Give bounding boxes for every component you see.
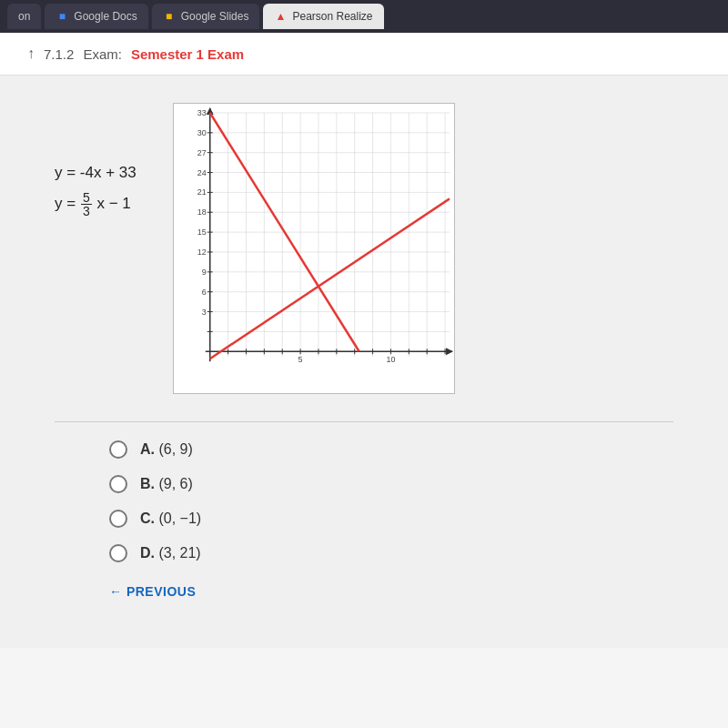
choice-a-value: (6, 9) [158,441,192,457]
graph-container: 33 30 27 24 21 18 15 12 9 6 3 [173,103,455,394]
choice-a-text: A. (6, 9) [140,441,193,458]
svg-text:33: 33 [197,108,207,117]
exam-title: Semester 1 Exam [131,46,244,62]
main-content: ↑ 7.1.2 Exam: Semester 1 Exam y = -4x + … [0,33,728,728]
fraction-numerator: 5 [81,191,92,205]
choice-a[interactable]: A. (6, 9) [109,440,673,459]
equation-2: y = 5 3 x − 1 [55,188,136,219]
choice-b[interactable]: B. (9, 6) [109,475,673,493]
previous-button[interactable]: ← PREVIOUS [109,584,196,599]
docs-icon: ■ [56,10,68,23]
tab-on-label: on [18,10,30,23]
question-body: y = -4x + 33 y = 5 3 x − 1 [0,76,728,648]
tab-google-slides[interactable]: ■ Google Slides [152,4,260,29]
fraction: 5 3 [81,191,92,217]
choice-c-value: (0, −1) [158,511,201,526]
svg-text:5: 5 [298,355,302,364]
choice-d-value: (3, 21) [158,545,200,561]
divider [55,421,673,422]
radio-b[interactable] [109,475,127,493]
tab-bar: on ■ Google Docs ■ Google Slides ▲ Pears… [0,0,728,33]
tab-pearson[interactable]: ▲ Pearson Realize [263,4,383,29]
section-number: 7.1.2 [44,46,74,62]
choice-c-letter: C. [140,511,155,526]
exam-header: ↑ 7.1.2 Exam: Semester 1 Exam [0,33,728,76]
radio-d[interactable] [109,544,127,562]
answer-choices: A. (6, 9) B. (9, 6) C. (0, −1) [55,440,673,562]
eq2-suffix: x − 1 [96,195,130,212]
equations: y = -4x + 33 y = 5 3 x − 1 [55,157,136,219]
svg-text:21: 21 [197,187,207,197]
pearson-icon: ▲ [274,10,287,23]
svg-text:12: 12 [197,248,207,257]
svg-text:10: 10 [386,355,395,364]
equation-1: y = -4x + 33 [55,157,136,188]
choice-b-text: B. (9, 6) [140,476,193,492]
svg-text:27: 27 [197,148,207,157]
radio-c[interactable] [109,510,127,528]
choice-a-letter: A. [140,441,155,457]
tab-google-slides-label: Google Slides [181,10,249,23]
svg-text:3: 3 [202,308,207,317]
svg-text:18: 18 [197,207,207,217]
slides-icon: ■ [163,10,176,23]
svg-text:9: 9 [202,268,207,277]
fraction-denominator: 3 [81,205,92,217]
choice-d-text: D. (3, 21) [140,545,201,561]
exam-label: Exam: [83,46,122,62]
choice-b-letter: B. [140,476,155,491]
svg-text:6: 6 [202,288,207,297]
tab-google-docs[interactable]: ■ Google Docs [45,4,147,29]
question-content: y = -4x + 33 y = 5 3 x − 1 [55,103,673,394]
svg-text:24: 24 [197,168,207,177]
back-arrow-icon: ↑ [27,46,35,62]
choice-b-value: (9, 6) [158,476,192,491]
svg-text:30: 30 [197,128,207,137]
choice-d-letter: D. [140,545,155,561]
graph-svg: 33 30 27 24 21 18 15 12 9 6 3 [174,104,454,393]
choice-c-text: C. (0, −1) [140,511,201,527]
svg-marker-30 [446,348,453,355]
radio-a[interactable] [109,440,127,459]
choice-c[interactable]: C. (0, −1) [109,510,673,528]
tab-google-docs-label: Google Docs [74,10,136,23]
eq2-prefix: y = [55,195,76,212]
nav-buttons: ← PREVIOUS [55,562,673,621]
choice-d[interactable]: D. (3, 21) [109,544,673,562]
tab-on[interactable]: on [7,4,41,29]
tab-pearson-label: Pearson Realize [292,10,372,23]
svg-text:15: 15 [197,228,207,237]
